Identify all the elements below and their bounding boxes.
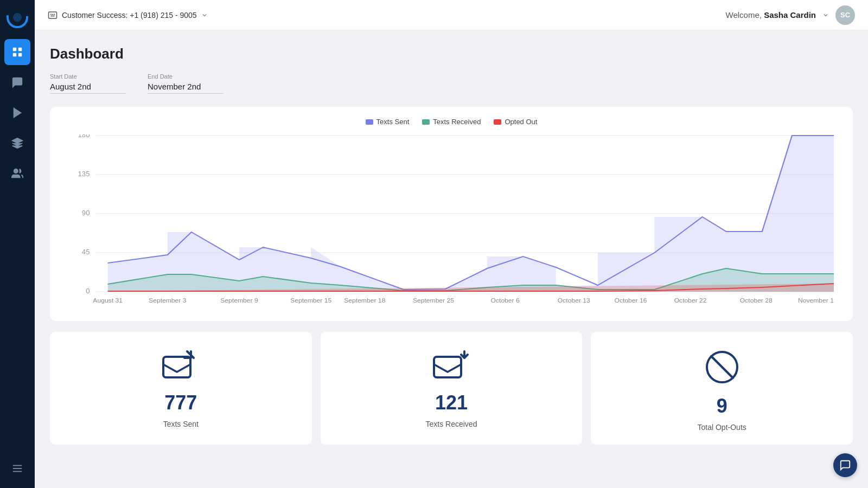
texts-sent-icon (161, 349, 200, 386)
texts-received-icon (432, 349, 471, 386)
svg-rect-4 (13, 53, 16, 56)
texts-sent-number: 777 (164, 391, 197, 414)
legend-dot-sent (366, 119, 373, 125)
svg-marker-7 (12, 138, 22, 143)
date-filters: Start Date August 2nd End Date November … (50, 73, 853, 94)
svg-text:October 28: October 28 (740, 297, 773, 303)
svg-text:0: 0 (86, 288, 90, 295)
svg-text:135: 135 (78, 171, 90, 178)
legend-label-sent: Texts Sent (376, 118, 410, 126)
svg-point-1 (13, 13, 22, 22)
texts-received-label: Texts Received (426, 420, 477, 428)
sidebar (0, 0, 35, 488)
end-date-field: End Date November 2nd (148, 73, 224, 94)
chart-card: Texts Sent Texts Received Opted Out (50, 107, 853, 321)
svg-text:September 3: September 3 (149, 297, 186, 303)
sidebar-item-contacts[interactable] (4, 160, 30, 187)
user-section: Welcome, Sasha Cardin SC (726, 5, 855, 25)
svg-text:October 13: October 13 (558, 297, 590, 303)
welcome-text: Welcome, Sasha Cardin (726, 10, 816, 20)
stat-card-texts-received: 121 Texts Received (321, 332, 583, 445)
chat-icon (839, 459, 851, 471)
svg-text:September 18: September 18 (344, 297, 385, 303)
opt-outs-number: 9 (717, 395, 727, 418)
legend-label-received: Texts Received (433, 118, 481, 126)
svg-text:October 6: October 6 (491, 297, 520, 303)
svg-marker-6 (14, 108, 21, 118)
start-date-label: Start Date (50, 73, 126, 80)
start-date-value[interactable]: August 2nd (50, 82, 126, 94)
svg-text:October 22: October 22 (674, 297, 707, 303)
end-date-label: End Date (148, 73, 224, 80)
svg-text:September 9: September 9 (220, 297, 258, 303)
app-logo (7, 7, 28, 30)
chevron-down-icon (201, 12, 208, 18)
svg-line-46 (711, 356, 733, 378)
sidebar-item-layers[interactable] (4, 130, 30, 156)
avatar[interactable]: SC (835, 5, 855, 25)
svg-point-8 (14, 169, 18, 173)
legend-label-opted: Opted Out (505, 118, 537, 126)
chat-button[interactable] (833, 453, 857, 477)
sidebar-item-dashboard[interactable] (4, 39, 30, 65)
legend-dot-received (422, 119, 430, 125)
chart-area: 0 45 90 135 180 (63, 134, 840, 310)
account-selector[interactable]: Customer Success: +1 (918) 215 - 9005 (48, 10, 208, 20)
texts-received-number: 121 (435, 391, 468, 414)
header: Customer Success: +1 (918) 215 - 9005 We… (35, 0, 868, 30)
svg-rect-2 (13, 48, 16, 51)
svg-rect-12 (49, 12, 57, 18)
keyboard-icon (48, 10, 58, 20)
sidebar-item-messages[interactable] (4, 69, 30, 95)
start-date-field: Start Date August 2nd (50, 73, 126, 94)
svg-text:October 16: October 16 (615, 297, 647, 303)
svg-text:September 25: September 25 (413, 297, 454, 303)
page-title: Dashboard (50, 46, 853, 62)
end-date-value[interactable]: November 2nd (148, 82, 224, 94)
opt-out-icon (704, 349, 740, 389)
opt-outs-label: Total Opt-Outs (698, 423, 746, 432)
chart-legend: Texts Sent Texts Received Opted Out (63, 118, 840, 126)
svg-text:180: 180 (78, 134, 90, 139)
sidebar-item-campaigns[interactable] (4, 100, 30, 126)
svg-text:September 15: September 15 (290, 297, 331, 303)
svg-text:90: 90 (82, 210, 90, 217)
page-content: Dashboard Start Date August 2nd End Date… (35, 30, 868, 488)
svg-rect-3 (18, 48, 22, 51)
sidebar-item-menu[interactable] (4, 455, 30, 481)
svg-text:August 31: August 31 (93, 297, 123, 303)
legend-opted-out: Opted Out (494, 118, 537, 126)
svg-rect-5 (18, 53, 22, 56)
user-chevron-icon (822, 12, 829, 18)
account-name: Customer Success: +1 (918) 215 - 9005 (62, 11, 197, 20)
legend-texts-sent: Texts Sent (366, 118, 410, 126)
stat-card-opt-outs: 9 Total Opt-Outs (591, 332, 853, 445)
stat-card-texts-sent: 777 Texts Sent (50, 332, 312, 445)
main-area: Customer Success: +1 (918) 215 - 9005 We… (35, 0, 868, 488)
svg-text:45: 45 (82, 249, 90, 256)
legend-dot-opted (494, 119, 501, 125)
texts-sent-label: Texts Sent (163, 420, 199, 428)
svg-text:November 1: November 1 (798, 297, 834, 303)
legend-texts-received: Texts Received (422, 118, 481, 126)
line-chart: 0 45 90 135 180 (63, 134, 840, 308)
stat-cards: 777 Texts Sent 121 Texts Received (50, 332, 853, 445)
